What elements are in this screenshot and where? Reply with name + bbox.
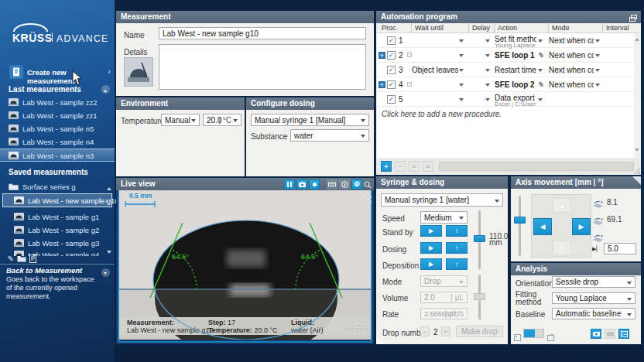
deposition-goto-position-button[interactable]: ↕ xyxy=(446,258,468,270)
pause-button[interactable] xyxy=(284,179,295,190)
sidebar-item-sample-zz2[interactable]: Lab West - sample zz2 xyxy=(0,96,115,109)
procedure-row-2[interactable]: 2 SFE loop 1 ✎ Next when comple... xyxy=(377,48,634,63)
edit-loop-icon[interactable]: ✎ xyxy=(537,80,543,89)
procedure-row-1[interactable]: 1 Set fit method Young Laplace Next when… xyxy=(377,33,634,48)
back-to-measurement-title[interactable]: Back to Measurement xyxy=(6,266,82,275)
expand-loop-icon[interactable] xyxy=(379,81,385,88)
deposition-run-button[interactable]: ▶ xyxy=(420,258,442,270)
sidebar-item-sample-n3-selected[interactable]: Lab West - sample n3 xyxy=(0,149,115,162)
delay-dropdown-icon[interactable] xyxy=(485,39,490,45)
procedure-checkbox[interactable] xyxy=(387,95,396,104)
sidebar-item-sample-n5[interactable]: Lab West - sample n5 xyxy=(0,122,115,135)
delay-dropdown-icon[interactable] xyxy=(485,98,490,104)
procedure-row-5[interactable]: 5 Data export Excel | C:\Users\Adminis..… xyxy=(377,92,634,107)
move-down-button[interactable]: ≡ xyxy=(423,161,433,172)
action-dropdown-icon[interactable] xyxy=(538,69,543,74)
drop-number-decrement-button[interactable]: − xyxy=(420,326,430,336)
procedure-checkbox[interactable] xyxy=(387,80,396,89)
z-axis-slider-track[interactable] xyxy=(519,196,521,256)
measurement-name-input[interactable]: Lab West - new sample g10 xyxy=(159,27,366,39)
add-procedure-button[interactable]: + xyxy=(381,161,392,172)
procedure-checkbox[interactable] xyxy=(387,36,396,45)
camera-settings-gear-icon[interactable]: ⚙ xyxy=(351,179,362,190)
info-overlay-icon[interactable]: i xyxy=(339,179,350,190)
remove-procedure-button[interactable]: − xyxy=(395,161,406,172)
procedure-checkbox[interactable] xyxy=(387,66,396,74)
snapshot-button[interactable] xyxy=(591,329,601,339)
scroll-up-icon[interactable] xyxy=(107,185,111,190)
table-scroll-up-icon[interactable] xyxy=(635,36,639,41)
make-drop-button[interactable]: Make drop xyxy=(456,326,503,337)
temperature-mode-select[interactable]: Manual xyxy=(161,114,200,126)
move-up-arrow-button[interactable]: ▲ xyxy=(553,198,571,213)
baseline-select[interactable]: Automatic baseline xyxy=(552,308,635,319)
scale-bar-toggle-icon[interactable] xyxy=(327,179,337,190)
report-icon[interactable] xyxy=(28,254,37,264)
folder-surface-series-g[interactable]: Surface series g xyxy=(0,180,115,193)
scroll-down-icon[interactable] xyxy=(107,251,111,256)
measurement-details-input[interactable] xyxy=(159,44,366,90)
record-button[interactable] xyxy=(309,179,320,190)
sidebar-item-sample-zz1[interactable]: Lab West - sample zz1 xyxy=(0,109,115,122)
table-scroll-down-icon[interactable] xyxy=(635,149,639,154)
edit-loop-icon[interactable]: ✎ xyxy=(537,51,543,60)
expand-loop-icon[interactable] xyxy=(379,52,385,59)
video-button[interactable] xyxy=(605,329,615,339)
add-procedure-hint[interactable]: Click here to add a new procedure. xyxy=(382,110,502,118)
collapse-last-measurements-icon[interactable] xyxy=(101,85,110,94)
procedure-row-4[interactable]: 4 SFE loop 2 ✎ Next when comple... xyxy=(377,77,634,92)
fitting-method-select[interactable]: Young Laplace xyxy=(552,292,635,304)
sidebar-item-sample-n4[interactable]: Lab West - sample n4 xyxy=(0,135,115,149)
move-step-icon: ▶▏ xyxy=(592,246,601,252)
procedure-checkbox[interactable] xyxy=(387,51,396,60)
move-down-arrow-button[interactable]: ▼ xyxy=(553,241,571,255)
wait-until-dropdown-icon[interactable] xyxy=(459,39,464,45)
wait-until-dropdown-icon[interactable] xyxy=(459,84,464,89)
substance-select[interactable]: water xyxy=(290,129,369,142)
delay-dropdown-icon[interactable] xyxy=(485,84,490,89)
standby-goto-position-button[interactable]: ↕ xyxy=(446,225,468,237)
mode-dropdown-icon[interactable] xyxy=(595,69,600,74)
sidebar-item-new-sample-g10-selected[interactable]: Lab West - new sample g10 › xyxy=(2,193,112,207)
measurement-type-icon[interactable] xyxy=(124,57,153,87)
dosing-unit-select[interactable]: Manual syringe 1 [Manual] xyxy=(251,114,369,126)
delay-dropdown-icon[interactable] xyxy=(485,69,490,74)
wait-until-dropdown-icon[interactable] xyxy=(459,69,464,74)
sidebar-item-sample-g2[interactable]: Lab West - sample g2 xyxy=(0,224,115,237)
image-export-button[interactable] xyxy=(618,329,629,339)
standby-run-button[interactable]: ▶ xyxy=(420,225,442,237)
new-folder-icon[interactable] xyxy=(17,254,26,264)
create-new-measurement-button[interactable]: Create new measurement › xyxy=(0,63,115,80)
snapshot-camera-button[interactable] xyxy=(296,179,307,190)
dosing-goto-position-button[interactable]: ↕ xyxy=(446,242,468,254)
move-right-arrow-button[interactable]: ▶ xyxy=(572,218,591,235)
move-up-button[interactable]: ≡ xyxy=(409,161,420,172)
syringe-select[interactable]: Manual syringe 1 [water] xyxy=(381,193,503,207)
action-dropdown-icon[interactable] xyxy=(538,98,543,104)
move-left-arrow-button[interactable]: ◀ xyxy=(533,218,552,235)
temperature-value-input[interactable]: 20.0 | °C xyxy=(203,114,242,126)
fullscreen-icon[interactable] xyxy=(363,193,372,207)
wait-until-dropdown-icon[interactable] xyxy=(459,54,464,60)
action-dropdown-icon[interactable] xyxy=(538,39,543,45)
syringe-position-slider-handle[interactable] xyxy=(474,235,485,242)
procedure-row-3[interactable]: 3 Object leaves line Restart timer Next … xyxy=(377,63,634,77)
z-axis-slider-handle[interactable] xyxy=(514,217,526,224)
resize-grip[interactable] xyxy=(633,167,640,174)
edit-list-icon[interactable]: ✎ xyxy=(6,254,15,264)
measurement-thumbnail-icon xyxy=(9,111,19,121)
dosing-run-button[interactable]: ▶ xyxy=(420,242,442,254)
orientation-select[interactable]: Sessile drop xyxy=(552,276,635,288)
drop-number-increment-button[interactable]: + xyxy=(441,326,450,336)
mode-dropdown-icon[interactable] xyxy=(595,54,600,60)
sidebar-item-sample-g1[interactable]: Lab West - sample g1 xyxy=(0,210,115,224)
wait-until-dropdown-icon[interactable] xyxy=(459,98,464,104)
live-view-image-area[interactable]: Measurement: Lab West - new sample g10 S… xyxy=(118,190,372,343)
delay-dropdown-icon[interactable] xyxy=(485,54,490,60)
collapse-tooltip-icon[interactable] xyxy=(101,268,110,277)
mode-dropdown-icon[interactable] xyxy=(595,39,600,45)
mode-dropdown-icon[interactable] xyxy=(595,84,600,89)
overlay-opacity-toggle[interactable] xyxy=(523,329,544,338)
step-size-input[interactable]: 5.0 xyxy=(604,243,636,254)
speed-select[interactable]: Medium xyxy=(420,211,468,224)
